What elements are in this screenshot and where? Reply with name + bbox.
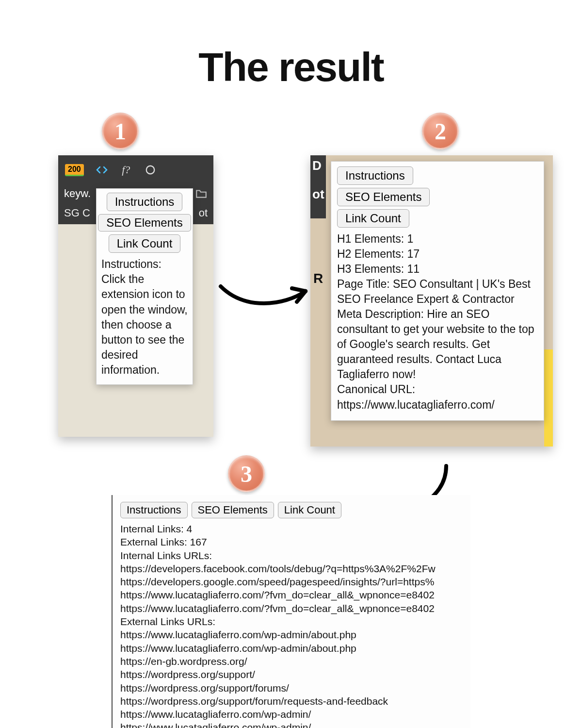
link-url: https://www.lucatagliaferro.com/wp-admin… (120, 628, 470, 641)
step-badge-2: 2 (422, 113, 459, 149)
canonical-url: https://www.lucatagliaferro.com/ (337, 397, 538, 413)
seo-elements-button[interactable]: SEO Elements (337, 188, 430, 206)
h1-count: H1 Elements: 1 (337, 232, 538, 247)
link-url: https://en-gb.wordpress.org/ (120, 655, 470, 668)
h2-count: H2 Elements: 17 (337, 247, 538, 262)
bg-letter-d: D (312, 158, 326, 173)
link-url: https://www.lucatagliaferro.com/wp-admin… (120, 721, 470, 728)
bg-letter-r: R (313, 271, 323, 286)
link-url: https://www.lucatagliaferro.com/wp-admin… (120, 708, 470, 721)
address-text-fragment: keyw. (64, 187, 91, 200)
http-status-badge: 200 (65, 164, 84, 176)
tab-text-right: ot (199, 207, 208, 219)
instructions-heading: Instructions: (101, 258, 162, 270)
bg-fragment-dark: D ot (310, 155, 326, 218)
link-url: https://wordpress.org/support/forum/requ… (120, 695, 470, 708)
page-title: The result (0, 44, 582, 91)
link-url: https://www.lucatagliaferro.com/?fvm_do=… (120, 602, 470, 615)
screenshot-step-1: 200 f? keyw. SG C ot Instructions SEO El… (58, 155, 213, 437)
extension-popup-seo: Instructions SEO Elements Link Count H1 … (331, 161, 544, 421)
seo-elements-button[interactable]: SEO Elements (98, 214, 191, 232)
internal-links-list: https://developers.facebook.com/tools/de… (120, 562, 470, 615)
link-count-button[interactable]: Link Count (337, 209, 409, 228)
screenshot-step-3: Instructions SEO Elements Link Count Int… (112, 495, 470, 728)
step-badge-3: 3 (228, 455, 265, 492)
browser-toolbar: 200 f? (58, 155, 213, 184)
external-links-label: External Links URLs: (120, 615, 470, 628)
screenshot-step-2: D ot R Instructions SEO Elements Link Co… (310, 155, 553, 447)
instructions-body: Click the extension icon to open the win… (101, 273, 188, 376)
svg-point-0 (146, 166, 154, 174)
extension-popup-instructions: Instructions SEO Elements Link Count Ins… (96, 188, 193, 385)
internal-links-label: Internal Links URLs: (120, 549, 470, 562)
link-count-button[interactable]: Link Count (109, 234, 181, 253)
instructions-button[interactable]: Instructions (107, 193, 183, 211)
bg-highlight-yellow (544, 349, 553, 447)
step-badge-1: 1 (102, 113, 139, 149)
link-count-button[interactable]: Link Count (278, 502, 341, 518)
folder-icon (195, 187, 208, 200)
link-url: https://developers.facebook.com/tools/de… (120, 562, 470, 575)
link-url: https://www.lucatagliaferro.com/?fvm_do=… (120, 588, 470, 601)
link-url: https://wordpress.org/support/forums/ (120, 681, 470, 695)
function-icon: f? (120, 164, 132, 176)
external-links-count: External Links: 167 (120, 535, 470, 548)
tab-text-left: SG C (64, 207, 90, 219)
canonical-label: Canonical URL: (337, 382, 538, 397)
code-icon (96, 164, 108, 176)
instructions-button[interactable]: Instructions (120, 502, 188, 518)
link-url: https://developers.google.com/speed/page… (120, 575, 470, 588)
page-title-value: Page Title: SEO Consultant | UK's Best S… (337, 277, 538, 307)
seo-results-block: H1 Elements: 1 H2 Elements: 17 H3 Elemen… (337, 232, 538, 413)
internal-links-count: Internal Links: 4 (120, 522, 470, 535)
instructions-button[interactable]: Instructions (337, 166, 413, 185)
bg-letter-ot: ot (312, 187, 326, 202)
link-url: https://wordpress.org/support/ (120, 668, 470, 681)
bg-fragment-tan (310, 218, 326, 447)
h3-count: H3 Elements: 11 (337, 262, 538, 277)
meta-description-value: Meta Description: Hire an SEO consultant… (337, 307, 538, 382)
link-url: https://www.lucatagliaferro.com/wp-admin… (120, 642, 470, 655)
seo-elements-button[interactable]: SEO Elements (192, 502, 274, 518)
circle-icon (144, 164, 157, 176)
arrow-1-to-2 (216, 272, 313, 320)
external-links-list: https://www.lucatagliaferro.com/wp-admin… (120, 628, 470, 728)
